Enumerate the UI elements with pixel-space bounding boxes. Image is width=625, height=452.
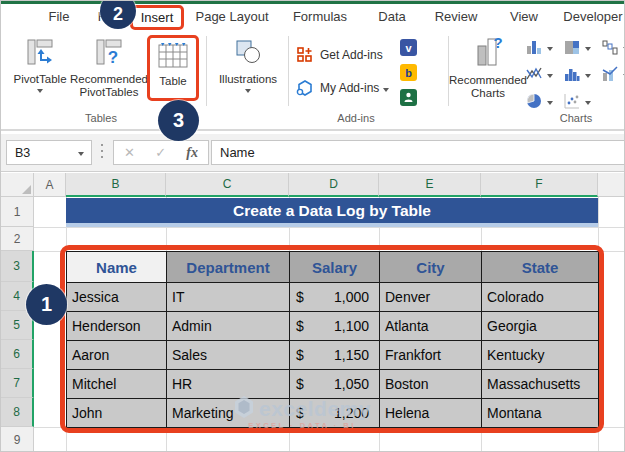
chevron-down-icon xyxy=(547,47,553,51)
svg-text:?: ? xyxy=(493,36,502,51)
group-divider xyxy=(288,36,289,106)
illustrations-label: Illustrations xyxy=(219,73,277,86)
tab-data[interactable]: Data xyxy=(373,4,411,30)
step-badge-3: 3 xyxy=(158,100,199,141)
insert-pie-chart-button[interactable] xyxy=(525,92,553,110)
table-highlight-annotation xyxy=(60,245,604,433)
column-header-c[interactable]: C xyxy=(166,173,289,197)
column-header-partial[interactable] xyxy=(598,173,625,197)
illustrations-icon xyxy=(233,37,263,71)
pivottable-label: PivotTable xyxy=(13,73,66,86)
pivottable-icon xyxy=(25,37,55,71)
column-header-e[interactable]: E xyxy=(379,173,481,197)
row-header-6[interactable]: 6 xyxy=(1,340,34,369)
recommended-pivottables-icon: ? xyxy=(94,37,124,71)
bing-maps-icon[interactable]: b xyxy=(400,64,417,81)
insert-hierarchy-chart-button[interactable] xyxy=(563,38,591,56)
group-divider xyxy=(206,36,207,106)
column-header-f[interactable]: F xyxy=(481,173,598,197)
my-add-ins-label: My Add-ins xyxy=(320,81,379,95)
pivottable-button[interactable]: PivotTable xyxy=(9,37,71,93)
row-header-7[interactable]: 7 xyxy=(1,369,34,398)
row-header-3[interactable]: 3 xyxy=(1,251,34,282)
select-all-button[interactable] xyxy=(1,173,34,197)
tab-view[interactable]: View xyxy=(505,4,543,30)
tab-insert[interactable]: Insert xyxy=(130,5,184,30)
insert-combo-chart-button[interactable] xyxy=(601,65,625,83)
chevron-down-icon xyxy=(585,101,591,105)
visio-data-visualizer-icon[interactable]: v xyxy=(400,39,417,56)
name-box-value: B3 xyxy=(15,146,30,160)
formula-bar: B3 ✕ ✓ fx Name xyxy=(1,134,625,172)
table-button[interactable]: Table xyxy=(147,35,199,101)
column-header-b[interactable]: B xyxy=(66,173,166,197)
my-add-ins-button[interactable]: My Add-ins xyxy=(296,79,389,97)
column-header-a[interactable]: A xyxy=(34,173,66,197)
get-add-ins-button[interactable]: Get Add-ins xyxy=(296,46,383,64)
tab-formulas[interactable]: Formulas xyxy=(289,4,351,30)
get-add-ins-label: Get Add-ins xyxy=(320,48,383,62)
ribbon-tab-bar: File Home Insert Page Layout Formulas Da… xyxy=(1,4,625,32)
insert-scatter-chart-button[interactable] xyxy=(563,92,591,110)
tab-developer[interactable]: Developer xyxy=(559,4,625,30)
title-banner-cell[interactable]: Create a Data Log by Table xyxy=(66,198,598,223)
chevron-down-icon xyxy=(585,47,591,51)
add-ins-group-label: Add-ins xyxy=(311,112,401,124)
recommended-charts-button[interactable]: ? Recommended Charts xyxy=(453,36,523,100)
insert-statistic-chart-button[interactable] xyxy=(563,65,591,83)
column-header-d[interactable]: D xyxy=(289,173,379,197)
name-box[interactable]: B3 xyxy=(6,140,92,165)
recommended-charts-icon: ? xyxy=(473,36,503,72)
row-header-2[interactable]: 2 xyxy=(1,227,34,251)
formula-input[interactable]: Name xyxy=(211,140,625,165)
insert-function-icon[interactable]: fx xyxy=(186,145,198,161)
table-label: Table xyxy=(159,75,187,88)
row-header-1[interactable]: 1 xyxy=(1,197,34,227)
my-add-ins-icon xyxy=(296,79,314,97)
formula-buttons: ✕ ✓ fx xyxy=(113,140,209,165)
people-graph-icon[interactable] xyxy=(400,89,417,106)
chevron-down-icon xyxy=(37,89,43,93)
formula-bar-divider xyxy=(101,144,103,161)
insert-waterfall-chart-button[interactable] xyxy=(601,38,625,56)
chevron-down-icon xyxy=(547,101,553,105)
gridline xyxy=(34,227,625,228)
row-header-9[interactable]: 9 xyxy=(1,427,34,452)
title-banner-accent xyxy=(66,223,598,227)
recommended-charts-label: Recommended Charts xyxy=(449,74,527,100)
cancel-icon[interactable]: ✕ xyxy=(124,145,135,160)
enter-icon[interactable]: ✓ xyxy=(155,145,166,160)
row-header-8[interactable]: 8 xyxy=(1,398,34,427)
tab-file[interactable]: File xyxy=(41,4,77,30)
ribbon: PivotTable ? Recommended PivotTables xyxy=(1,32,625,131)
chevron-down-icon xyxy=(245,89,251,93)
name-box-dropdown-icon[interactable] xyxy=(78,152,84,156)
excel-window: File Home Insert Page Layout Formulas Da… xyxy=(0,0,625,452)
charts-group-label: Charts xyxy=(531,112,621,124)
table-icon xyxy=(157,41,189,73)
spreadsheet-grid: A B C D E F 1 2 3 4 5 6 7 8 9 Create a D… xyxy=(1,173,625,452)
insert-line-chart-button[interactable] xyxy=(525,65,553,83)
step-badge-1: 1 xyxy=(26,284,67,325)
illustrations-button[interactable]: Illustrations xyxy=(211,37,285,93)
recommended-pivottables-label: Recommended PivotTables xyxy=(69,73,149,99)
tab-review[interactable]: Review xyxy=(431,4,481,30)
insert-column-chart-button[interactable] xyxy=(525,38,553,56)
tab-page-layout[interactable]: Page Layout xyxy=(193,4,271,30)
get-add-ins-icon xyxy=(296,46,314,64)
recommended-pivottables-button[interactable]: ? Recommended PivotTables xyxy=(69,37,149,99)
chevron-down-icon xyxy=(383,88,389,92)
tables-group-label: Tables xyxy=(56,112,146,124)
chevron-down-icon xyxy=(585,74,591,78)
chevron-down-icon xyxy=(547,74,553,78)
svg-text:?: ? xyxy=(108,48,118,67)
select-all-triangle-icon xyxy=(22,185,31,194)
